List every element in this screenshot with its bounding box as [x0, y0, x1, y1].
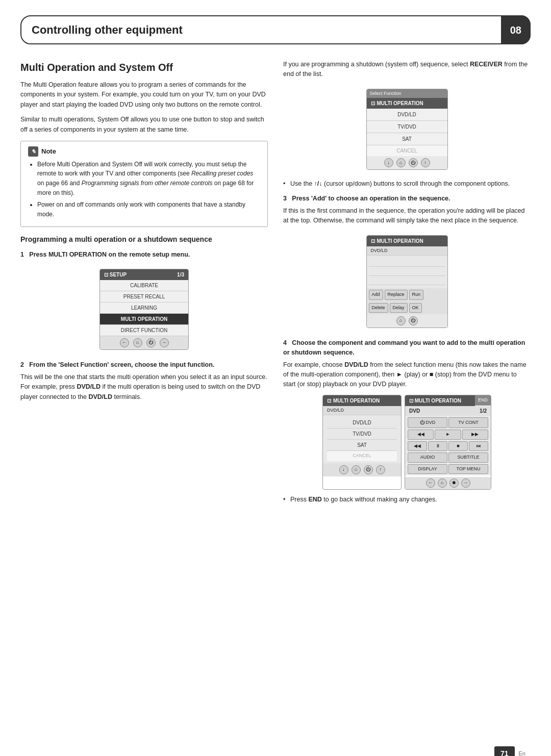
- dvd-nav-power: ⏻: [364, 465, 373, 474]
- note-item-2: Power on and off commands only work with…: [37, 200, 260, 219]
- dvd-ld-body: DVD/LD TV/DVD SAT CANCEL: [323, 415, 401, 463]
- multi-op-btn-row-1: Add Replace Run: [367, 288, 447, 301]
- nav-left-icon: ←: [120, 338, 129, 347]
- nav-home-icon: ⌂: [133, 338, 142, 347]
- delay-btn[interactable]: Delay: [390, 303, 408, 313]
- pause-btn[interactable]: ⏸: [428, 441, 447, 451]
- setup-title: ⊡ SETUP: [104, 271, 127, 279]
- intro-text-2: Similar to multi operations, System Off …: [20, 115, 268, 135]
- note-title: ✎ Note: [28, 146, 260, 157]
- page: Controlling other equipment 08 Multi Ope…: [0, 15, 551, 756]
- step3-heading: 3 Press 'Add' to choose an operation in …: [283, 194, 531, 204]
- add-btn[interactable]: Add: [369, 290, 383, 300]
- note-list: Before Multi Operation and System Off wi…: [28, 160, 260, 219]
- dvd-label: DVD1/2: [405, 406, 491, 416]
- intro-text-1: The Multi Operation feature allows you t…: [20, 80, 268, 110]
- op-line-3: [369, 277, 445, 285]
- select-fn-dvdld: DVD/LD: [367, 109, 447, 121]
- r-nav-left: ←: [426, 478, 435, 488]
- mop-nav-home: ⌂: [396, 316, 406, 325]
- prev-btn[interactable]: ◀◀: [408, 441, 427, 451]
- right-footer: ← ⌂ ⏺ →: [405, 477, 491, 489]
- audio-btn[interactable]: AUDIO: [408, 452, 447, 463]
- bullet-end: Press END to go back without making any …: [283, 495, 531, 505]
- multi-op-right-header: ⊡ MULTI OPERATION END: [405, 395, 491, 406]
- setup-menu-header: ⊡ SETUP 1/3: [100, 269, 188, 280]
- r-nav-home: ⌂: [438, 478, 447, 488]
- chapter-badge: 08: [501, 15, 531, 44]
- multi-op-btn-row-2: Delete Delay OK: [367, 301, 447, 315]
- ok-btn[interactable]: OK: [409, 303, 422, 313]
- multi-op-subtitle: DVD/LD: [367, 246, 447, 256]
- play-btn[interactable]: ►: [435, 430, 461, 440]
- header-bar: Controlling other equipment 08: [20, 15, 531, 44]
- dvd-nav-up: ↑: [376, 465, 385, 474]
- setup-page: 1/3: [177, 271, 184, 279]
- dvd-nav-down: ↓: [339, 465, 348, 474]
- ctrl-grid: ⏻ DVD TV CONT: [405, 416, 491, 430]
- stop-btn[interactable]: ■: [448, 441, 468, 451]
- note-icon: ✎: [28, 146, 38, 157]
- page-lang: En: [519, 749, 525, 756]
- page-title: Controlling other equipment: [32, 21, 519, 38]
- ffwd-btn[interactable]: ▶▶: [462, 430, 488, 440]
- ctrl-row-transport: ◀◀ ► ▶▶: [405, 430, 491, 441]
- page-number: 71: [494, 746, 515, 756]
- multi-op-menu-mockup: ⊡ MULTI OPERATION DVD/LD Add Replace Run: [366, 235, 448, 329]
- step3-body: If this is the first command in the sequ…: [283, 206, 531, 226]
- tv-dvd-item: TV/DVD: [327, 429, 397, 440]
- select-fn-header: Select Function: [367, 89, 447, 98]
- dvd-ld-panel: ⊡ MULTI OPERATION DVD/LD DVD/LD TV/DVD S…: [322, 395, 402, 490]
- dvd-ld-title: ⊡ MULTI OPERATION: [323, 395, 401, 406]
- multi-op-right-panel: ⊡ MULTI OPERATION END DVD1/2 ⏻ DVD TV CO…: [405, 395, 491, 490]
- note-item-1: Before Multi Operation and System Off wi…: [37, 160, 260, 197]
- main-content: Multi Operation and System Off The Multi…: [0, 44, 551, 523]
- step2-heading: 2 From the 'Select Function' screen, cho…: [20, 360, 268, 370]
- setup-menu-mockup: ⊡ SETUP 1/3 CALIBRATE PRESET RECALL LEAR…: [99, 269, 189, 350]
- replace-btn[interactable]: Replace: [385, 290, 408, 300]
- note-box: ✎ Note Before Multi Operation and System…: [20, 141, 268, 228]
- multi-op-title: ⊡ MULTI OPERATION: [367, 236, 447, 246]
- select-fn-title: ⊡ MULTI OPERATION: [367, 98, 447, 109]
- menu-item-calibrate: CALIBRATE: [100, 280, 188, 291]
- multi-op-right-title: ⊡ MULTI OPERATION: [405, 395, 475, 406]
- dvd-ld-footer: ↓ ⌂ ⏻ ↑: [323, 463, 401, 476]
- top-menu-btn[interactable]: TOP MENU: [448, 464, 488, 474]
- power-dvd-btn[interactable]: ⏻ DVD: [408, 417, 447, 429]
- nav-right-icon: →: [160, 338, 169, 347]
- fn-nav-home: ⌂: [396, 158, 406, 167]
- dvd-nav-home: ⌂: [352, 465, 361, 474]
- step4-heading: 4 Choose the component and command you w…: [283, 338, 531, 358]
- end-badge: END: [475, 395, 491, 406]
- subsection-title: Programming a multi operation or a shutd…: [20, 234, 268, 245]
- run-btn[interactable]: Run: [409, 290, 424, 300]
- display-btn[interactable]: DISPLAY: [408, 464, 447, 474]
- menu-item-multi-op: MULTI OPERATION: [100, 314, 188, 325]
- op-line-1: [369, 259, 445, 267]
- menu-item-learning: LEARNING: [100, 303, 188, 314]
- tv-cont-btn[interactable]: TV CONT: [448, 417, 488, 429]
- subtitle-btn[interactable]: SUBTITLE: [448, 452, 488, 463]
- menu-item-direct-fn: DIRECT FUNCTION: [100, 325, 188, 336]
- fn-nav-power: ⏻: [409, 158, 418, 167]
- step2-body: This will be the one that starts the mul…: [20, 372, 268, 402]
- dvd-ld-item: DVD/LD: [327, 417, 397, 429]
- setup-menu-footer: ← ⌂ ⏻ →: [100, 336, 188, 349]
- section-title: Multi Operation and System Off: [20, 60, 268, 75]
- select-fn-footer: ↓ ⌂ ⏻ ↑: [367, 156, 447, 169]
- next-btn[interactable]: ⏭: [469, 441, 488, 451]
- select-fn-menu-mockup: Select Function ⊡ MULTI OPERATION DVD/LD…: [366, 89, 448, 170]
- ctrl-row-transport2: ◀◀ ⏸ ■ ⏭: [405, 441, 491, 453]
- delete-btn[interactable]: Delete: [369, 303, 388, 313]
- op-line-2: [369, 268, 445, 276]
- right-intro: If you are programming a shutdown (syste…: [283, 60, 531, 80]
- dual-mockup: ⊡ MULTI OPERATION DVD/LD DVD/LD TV/DVD S…: [283, 395, 531, 490]
- step1-heading: 1 Press MULTI OPERATION on the remote se…: [20, 250, 268, 260]
- ctrl-row-display: DISPLAY TOP MENU: [405, 464, 491, 476]
- step4-body: For example, choose DVD/LD from the sele…: [283, 360, 531, 390]
- select-fn-cancel: CANCEL: [367, 145, 447, 156]
- mop-nav-power: ⏻: [409, 316, 418, 325]
- sat-item: SAT: [327, 440, 397, 451]
- rewind-btn[interactable]: ◀◀: [408, 430, 434, 440]
- nav-power-icon: ⏻: [146, 338, 156, 347]
